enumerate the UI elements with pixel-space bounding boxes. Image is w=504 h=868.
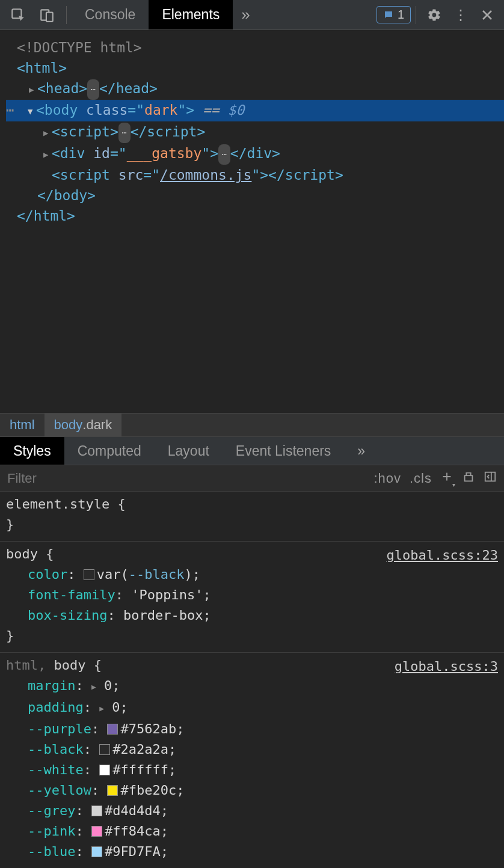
device-toolbar-icon[interactable] [32, 1, 61, 29]
crumb-html[interactable]: html [0, 414, 45, 437]
tab-elements[interactable]: Elements [149, 0, 233, 29]
dom-node-script[interactable]: ▶<script>⋯</script> [6, 121, 504, 143]
dom-node-script-src[interactable]: <script src="/commons.js"></script> [6, 165, 504, 185]
settings-icon[interactable] [421, 2, 447, 28]
shorthand-expand-icon[interactable]: ▶ [91, 677, 96, 697]
expand-arrow-icon[interactable]: ▶ [43, 144, 52, 165]
decl-var-yellow[interactable]: --yellow: #fbe20c; [6, 780, 498, 801]
decl-var-grey[interactable]: --grey: #d4d4d4; [6, 801, 498, 821]
decl-font-family[interactable]: font-family: 'Poppins'; [6, 585, 498, 605]
issues-count: 1 [398, 8, 404, 22]
toggle-sidebar-icon[interactable] [484, 470, 497, 487]
script-src-link[interactable]: /commons.js [160, 167, 251, 183]
styles-subtabs: Styles Computed Layout Event Listeners » [0, 436, 504, 465]
toolbar-divider [66, 6, 67, 24]
dom-node-head[interactable]: ▶<head>⋯</head> [6, 78, 504, 100]
dom-node-body-close[interactable]: </body> [6, 185, 504, 206]
color-swatch[interactable] [91, 826, 102, 837]
subtab-layout[interactable]: Layout [155, 437, 223, 465]
more-options-icon[interactable]: ⋮ [447, 2, 474, 28]
source-link[interactable]: global.scss:3 [395, 656, 498, 677]
subtab-computed[interactable]: Computed [64, 437, 155, 465]
decl-padding[interactable]: padding: ▶ 0; [6, 697, 498, 719]
inspect-element-icon[interactable] [4, 1, 32, 29]
shorthand-expand-icon[interactable]: ▶ [99, 698, 104, 719]
expand-arrow-icon[interactable]: ▶ [43, 123, 52, 143]
svg-rect-3 [465, 475, 473, 481]
crumb-body[interactable]: body.dark [45, 414, 122, 437]
close-devtools-icon[interactable] [474, 2, 500, 28]
panel-tabs: Console Elements » [72, 0, 259, 29]
expand-arrow-icon[interactable]: ▶ [29, 79, 37, 100]
issues-badge[interactable]: 1 [376, 6, 411, 23]
decl-var-blue[interactable]: --blue: #9FD7FA; [6, 842, 498, 862]
color-swatch[interactable] [107, 785, 118, 796]
cls-toggle[interactable]: .cls [410, 471, 432, 486]
rule-html-body[interactable]: global.scss:3 html, body { margin: ▶ 0; … [0, 653, 504, 868]
breadcrumb-trail: html body.dark [0, 413, 504, 437]
decl-var-black[interactable]: --black: #2a2a2a; [6, 739, 498, 760]
paint-flashing-icon[interactable] [462, 470, 475, 487]
decl-var-purple[interactable]: --purple: #7562ab; [6, 719, 498, 739]
ellipsis-icon[interactable]: ⋯ [218, 144, 230, 165]
collapse-arrow-icon[interactable]: ▼ [28, 101, 36, 121]
ellipsis-icon[interactable]: ⋯ [118, 123, 131, 143]
hov-toggle[interactable]: :hov [373, 471, 401, 486]
color-swatch[interactable] [99, 744, 110, 755]
color-swatch[interactable] [99, 765, 110, 775]
dom-node-div-gatsby[interactable]: ▶<div id="___gatsby">⋯</div> [6, 143, 504, 165]
rule-element-style[interactable]: element.style { } [0, 492, 504, 542]
more-tabs-icon[interactable]: » [233, 0, 258, 29]
color-swatch[interactable] [84, 569, 94, 580]
more-subtabs-icon[interactable]: » [344, 437, 378, 465]
dom-node-html-open[interactable]: <html> [6, 58, 504, 78]
rule-body[interactable]: global.scss:23 body { color: var(--black… [0, 542, 504, 653]
subtab-event-listeners[interactable]: Event Listeners [223, 437, 345, 465]
decl-color[interactable]: color: var(--black); [6, 564, 498, 585]
toolbar-divider [416, 6, 416, 24]
dom-node-html-close[interactable]: </html> [6, 206, 504, 226]
color-swatch[interactable] [91, 846, 102, 857]
devtools-toolbar: Console Elements » 1 ⋮ [0, 0, 504, 30]
source-link[interactable]: global.scss:23 [387, 545, 498, 566]
styles-panel[interactable]: element.style { } global.scss:23 body { … [0, 492, 504, 868]
tab-console[interactable]: Console [72, 0, 149, 29]
ellipsis-icon[interactable]: ⋯ [87, 79, 99, 100]
dom-node-doctype[interactable]: <!DOCTYPE html> [6, 37, 504, 58]
decl-var-white[interactable]: --white: #ffffff; [6, 760, 498, 780]
decl-box-sizing[interactable]: box-sizing: border-box; [6, 605, 498, 626]
elements-dom-tree[interactable]: <!DOCTYPE html> <html> ▶<head>⋯</head> ⋯… [0, 30, 504, 412]
styles-filter-bar: :hov .cls ▾ [0, 465, 504, 492]
decl-var-pink[interactable]: --pink: #ff84ca; [6, 821, 498, 842]
color-swatch[interactable] [107, 724, 118, 735]
svg-rect-2 [46, 12, 53, 21]
new-style-rule-icon[interactable]: ▾ [440, 470, 453, 487]
color-swatch[interactable] [91, 805, 102, 816]
subtab-styles[interactable]: Styles [0, 437, 64, 465]
styles-filter-input[interactable] [7, 471, 365, 486]
decl-margin[interactable]: margin: ▶ 0; [6, 676, 498, 697]
dom-node-body-selected[interactable]: ⋯▼<body class="dark"> == $0 [6, 100, 504, 121]
